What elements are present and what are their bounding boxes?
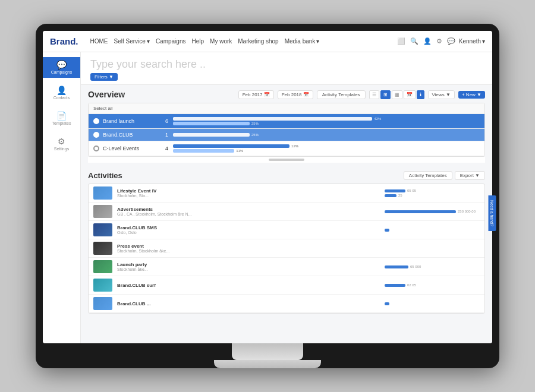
views-button[interactable]: Views ▼ xyxy=(428,90,455,99)
bar-label: 25% xyxy=(251,133,259,137)
activity-thumb-3 xyxy=(93,242,112,255)
activity-bar-area-5: 02 05 xyxy=(385,283,480,287)
campaign-checkbox-0[interactable] xyxy=(93,118,99,124)
activities-controls: Activity Templates Export ▼ xyxy=(404,171,485,180)
bar-label: 11% xyxy=(236,149,243,153)
activity-meta-4: Stockholm åke... xyxy=(117,267,380,271)
grid-view-btn[interactable]: ⊞ xyxy=(380,90,391,99)
bar-label: 42% xyxy=(374,117,381,121)
act-bar-label: 250 000.00 xyxy=(458,210,476,213)
screen: Brand. HOME Self Service ▾ Campaigns Hel… xyxy=(43,31,492,343)
bar-label: 12% xyxy=(291,144,298,148)
act-bar xyxy=(385,302,389,305)
campaign-row-0[interactable]: Brand launch 6 42% 25% xyxy=(89,114,484,129)
campaign-row-1[interactable]: Brand.CLUB 1 25% xyxy=(89,129,484,141)
scrollbar-thumb[interactable] xyxy=(269,159,304,161)
activity-row-3[interactable]: Press event Stockholm, Stockholm åke... xyxy=(89,239,484,258)
campaign-bars-1: 25% xyxy=(173,133,480,137)
activity-name-0: Lifestyle Event IV xyxy=(117,188,380,194)
table-view-btn[interactable]: ▦ xyxy=(392,90,402,99)
activity-name-4: Launch party xyxy=(117,262,380,267)
activity-templates-button[interactable]: Activity Templates xyxy=(317,90,366,99)
gear-icon[interactable]: ⚙ xyxy=(436,37,442,45)
activity-info-1: Advertisements GB , CA , Stockholm, Stoc… xyxy=(117,207,380,216)
activity-info-5: Brand.CLUB surf xyxy=(117,283,380,288)
date-from-button[interactable]: Feb 2017 📅 xyxy=(238,90,274,99)
campaign-checkbox-2[interactable] xyxy=(93,146,99,151)
activity-name-2: Brand.CLUB SMS xyxy=(117,225,380,230)
sidebar-item-templates[interactable]: 📄 Templates xyxy=(43,108,80,129)
nav-mywork[interactable]: My work xyxy=(210,38,232,45)
filters-button[interactable]: Filters ▼ xyxy=(90,73,118,81)
activities-title: Activities xyxy=(88,171,404,180)
activity-row-6[interactable]: Brand.CLUB ... xyxy=(89,295,484,313)
monitor: Brand. HOME Self Service ▾ Campaigns Hel… xyxy=(36,24,499,368)
activity-thumb-1 xyxy=(93,205,112,218)
calendar-view-btn[interactable]: 📅 xyxy=(404,90,416,99)
date-to-button[interactable]: Feb 2018 📅 xyxy=(278,90,313,99)
act-bar-label: 05 05 xyxy=(407,189,416,192)
activity-name-3: Press event xyxy=(117,244,380,249)
chat-icon[interactable]: 💬 xyxy=(447,37,455,45)
user-menu[interactable]: Kenneth ▾ xyxy=(459,38,485,45)
search-icon[interactable]: 🔍 xyxy=(410,37,418,45)
activity-thumb-6 xyxy=(93,297,112,310)
sidebar: 💬 Campaigns 👤 Contacts 📄 Templates ⚙ Set… xyxy=(43,52,81,343)
activity-row-1[interactable]: Advertisements GB , CA , Stockholm, Stoc… xyxy=(89,203,484,221)
campaign-count-2: 4 xyxy=(156,146,168,151)
campaign-checkbox-1[interactable] xyxy=(93,132,99,138)
nav-media-bank[interactable]: Media bank ▾ xyxy=(285,38,320,45)
user-icon[interactable]: 👤 xyxy=(423,37,432,45)
activity-list: Lifestyle Event IV Stockholm, Sto... 05 … xyxy=(88,184,485,314)
campaign-bars-0: 42% 25% xyxy=(173,117,480,125)
list-view-btn[interactable]: ☰ xyxy=(369,90,379,99)
act-bar-label: 65 000 xyxy=(410,265,421,268)
campaign-name-2: C-Level Events xyxy=(103,146,156,151)
overview-header: Overview Feb 2017 📅 Feb 2018 📅 Activity … xyxy=(88,90,485,99)
bar-segment xyxy=(173,122,250,125)
activities-templates-btn[interactable]: Activity Templates xyxy=(404,171,452,180)
filters-row: Filters ▼ xyxy=(90,73,483,81)
settings-label: Settings xyxy=(54,147,69,151)
nav-marketing[interactable]: Marketing shop xyxy=(238,38,278,45)
export-button[interactable]: Export ▼ xyxy=(455,171,485,180)
activity-meta-1: GB , CA , Stockholm, Stockholm åre N... xyxy=(117,212,380,216)
sidebar-item-settings[interactable]: ⚙ Settings xyxy=(43,134,80,154)
user-name: Kenneth xyxy=(459,38,481,45)
overview-controls: Feb 2017 📅 Feb 2018 📅 Activity Templates… xyxy=(238,90,485,99)
activity-meta-2: Oslo, Oslo xyxy=(117,230,380,235)
nav-campaigns[interactable]: Campaigns xyxy=(156,38,186,45)
clipboard-icon[interactable]: ⬜ xyxy=(397,37,405,45)
need-hand-tab[interactable]: Need a hand? xyxy=(489,195,492,231)
bar-row-2-0: 12% xyxy=(173,144,480,148)
activity-row-4[interactable]: Launch party Stockholm åke... 65 000 xyxy=(89,258,484,276)
activity-thumb-0 xyxy=(93,186,112,200)
info-btn[interactable]: ℹ xyxy=(417,90,424,99)
new-button[interactable]: + New ▼ xyxy=(458,91,485,99)
search-placeholder[interactable]: Type your search here .. xyxy=(90,58,483,71)
view-toggle-group: ☰ ⊞ ▦ 📅 ℹ xyxy=(369,90,424,99)
campaign-table: Select all Brand launch 6 42% xyxy=(88,103,485,157)
sidebar-item-contacts[interactable]: 👤 Contacts xyxy=(43,83,80,103)
bar-row-1-0: 25% xyxy=(173,133,480,137)
activity-info-0: Lifestyle Event IV Stockholm, Sto... xyxy=(117,188,380,198)
activity-thumb-4 xyxy=(93,260,112,273)
sidebar-item-campaigns[interactable]: 💬 Campaigns xyxy=(43,57,80,78)
scrollbar-area xyxy=(88,157,485,163)
campaign-header-row: Select all xyxy=(89,103,484,114)
activity-row-5[interactable]: Brand.CLUB surf 02 05 xyxy=(89,276,484,295)
activity-info-3: Press event Stockholm, Stockholm åke... xyxy=(117,244,380,253)
bar-label: 25% xyxy=(251,122,259,125)
campaign-row-2[interactable]: C-Level Events 4 12% 11% xyxy=(89,141,484,156)
brand-name: Brand xyxy=(50,36,75,46)
nav-home[interactable]: HOME xyxy=(90,38,108,45)
activity-bar-area-4: 65 000 xyxy=(385,265,480,268)
campaign-count-0: 6 xyxy=(156,118,168,124)
activity-row-0[interactable]: Lifestyle Event IV Stockholm, Sto... 05 … xyxy=(89,184,484,203)
activity-row-2[interactable]: Brand.CLUB SMS Oslo, Oslo xyxy=(89,221,484,239)
nav-self-service[interactable]: Self Service ▾ xyxy=(114,38,150,45)
campaign-name-1: Brand.CLUB xyxy=(103,132,156,138)
act-bar xyxy=(385,265,408,268)
nav-help[interactable]: Help xyxy=(191,38,204,45)
nav-icon-group: ⬜ 🔍 👤 ⚙ 💬 xyxy=(397,37,455,45)
